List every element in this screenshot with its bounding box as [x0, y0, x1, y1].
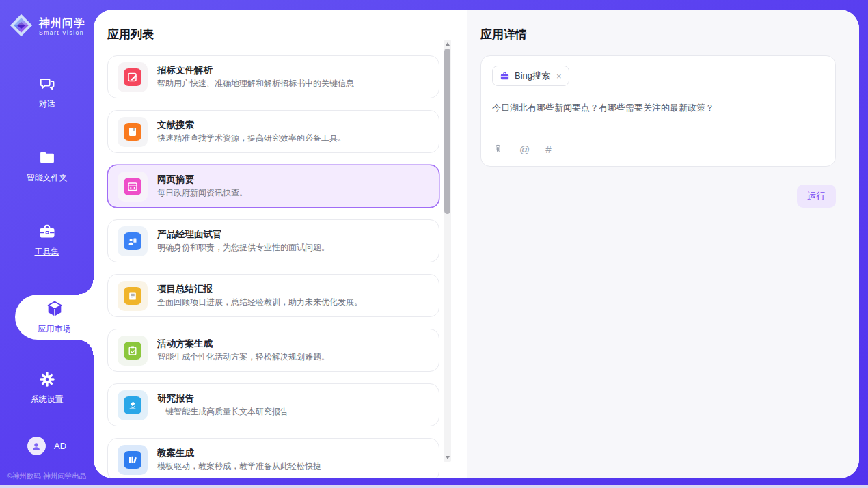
app-desc: 模板驱动，教案秒成，教学准备从此轻松快捷	[157, 461, 321, 471]
app-icon-tile	[118, 445, 148, 475]
run-button[interactable]: 运行	[797, 185, 836, 208]
sidebar: 神州问学 Smart Vision 对话 智能文件夹	[0, 0, 94, 488]
app-title: 活动方案生成	[157, 339, 329, 349]
app-card-web-summary[interactable]: 网页摘要 每日政府新闻资讯快查。	[107, 165, 439, 208]
avatar	[27, 437, 46, 455]
scrollbar-thumb[interactable]	[444, 49, 450, 214]
pen-square-icon	[124, 68, 141, 86]
app-card-pm-interviewer[interactable]: 产品经理面试官 明确身份和职责，为您提供专业性的面试问题。	[107, 219, 439, 262]
scroll-up-arrow-icon[interactable]	[444, 40, 451, 48]
query-input[interactable]: 今日湖北有哪些新闻要点？有哪些需要关注的最新政策？	[492, 101, 824, 144]
app-detail-panel: 应用详情 Bing搜索 × 今日湖北有哪些新闻要点？有哪些需要关注的最新政策？	[467, 10, 859, 478]
sidebar-nav: 对话 智能文件夹 工具集	[0, 73, 94, 442]
app-list-title: 应用列表	[94, 10, 467, 55]
app-title: 研究报告	[157, 394, 288, 403]
sidebar-item-toolset[interactable]: 工具集	[0, 221, 94, 259]
mention-icon[interactable]: @	[519, 144, 530, 155]
window-bottom-strip	[0, 485, 868, 488]
main-container: 应用列表 招标文件解析 帮助用户快速、准确地理解和解析招标书中的关键信息 文献搜…	[94, 10, 859, 478]
app-desc: 一键智能生成高质量长文本研究报告	[157, 407, 288, 416]
user-name: AD	[54, 441, 66, 451]
sidebar-item-app-market[interactable]: 应用市场	[15, 295, 94, 340]
app-icon-tile	[118, 281, 148, 311]
app-desc: 快速精准查找学术资源，提高研究效率的必备工具。	[157, 133, 346, 143]
app-icon-tile	[118, 226, 148, 256]
gear-icon	[38, 370, 57, 389]
cube-icon	[45, 299, 64, 318]
sidebar-item-label: 智能文件夹	[27, 172, 68, 184]
folder-icon	[38, 148, 57, 167]
clipboard-check-icon	[124, 342, 141, 360]
app-card-event-plan[interactable]: 活动方案生成 智能生成个性化活动方案，轻松解决规划难题。	[107, 329, 439, 372]
note-icon	[124, 287, 141, 305]
sidebar-item-label: 应用市场	[38, 323, 71, 335]
app-card-lesson-plan[interactable]: 教案生成 模板驱动，教案秒成，教学准备从此轻松快捷	[107, 438, 439, 478]
app-icon-tile	[118, 117, 148, 147]
copyright-footer: ©神州数码·神州问学出品	[0, 472, 94, 481]
app-card-project-summary[interactable]: 项目总结汇报 全面回顾项目进展，总结经验教训，助力未来优化发展。	[107, 274, 439, 317]
sidebar-item-label: 对话	[39, 98, 55, 110]
app-icon-tile	[118, 62, 148, 92]
app-detail-title: 应用详情	[467, 10, 859, 55]
app-title: 文献搜索	[157, 120, 346, 130]
book-icon	[124, 123, 141, 141]
app-title: 教案生成	[157, 448, 321, 458]
app-card-research-report[interactable]: 研究报告 一键智能生成高质量长文本研究报告	[107, 383, 439, 426]
sidebar-item-smart-folder[interactable]: 智能文件夹	[0, 147, 94, 185]
list-scrollbar[interactable]	[444, 40, 451, 462]
plugin-chip-label: Bing搜索	[515, 70, 550, 82]
composer-card: Bing搜索 × 今日湖北有哪些新闻要点？有哪些需要关注的最新政策？ @ #	[480, 55, 836, 167]
app-logo: 神州问学 Smart Vision	[0, 10, 94, 44]
app-desc: 全面回顾项目进展，总结经验教训，助力未来优化发展。	[157, 297, 362, 307]
plugin-chip-bing-search[interactable]: Bing搜索 ×	[492, 66, 569, 86]
app-icon-tile	[118, 390, 148, 420]
app-desc: 智能生成个性化活动方案，轻松解决规划难题。	[157, 352, 329, 362]
brand-name: 神州问学	[39, 17, 85, 29]
composer-toolbar: @ #	[492, 144, 824, 157]
brand-subtitle: Smart Vision	[39, 30, 85, 36]
app-title: 产品经理面试官	[157, 230, 329, 239]
books-icon	[124, 451, 141, 469]
sidebar-item-label: 系统设置	[31, 394, 64, 405]
close-icon[interactable]: ×	[556, 72, 562, 81]
app-desc: 明确身份和职责，为您提供专业性的面试问题。	[157, 243, 329, 252]
app-icon-tile	[118, 172, 148, 202]
user-account[interactable]: AD	[0, 437, 94, 455]
hash-icon[interactable]: #	[545, 144, 551, 155]
scroll-down-arrow-icon[interactable]	[444, 454, 451, 461]
sidebar-item-chat[interactable]: 对话	[0, 73, 94, 111]
app-desc: 每日政府新闻资讯快查。	[157, 188, 247, 198]
sidebar-item-label: 工具集	[35, 246, 59, 258]
app-title: 项目总结汇报	[157, 284, 362, 294]
app-icon-tile	[118, 336, 148, 366]
attachment-icon[interactable]	[492, 144, 504, 155]
toolbox-icon	[38, 222, 57, 241]
sidebar-item-settings[interactable]: 系统设置	[0, 368, 94, 407]
diamond-logo-icon	[9, 13, 33, 40]
chat-icon	[38, 74, 57, 94]
microscope-icon	[124, 396, 141, 414]
browser-code-icon	[124, 178, 141, 195]
interviewer-icon	[124, 232, 141, 250]
app-list-panel: 应用列表 招标文件解析 帮助用户快速、准确地理解和解析招标书中的关键信息 文献搜…	[94, 10, 467, 478]
briefcase-icon	[500, 71, 510, 81]
app-card-literature-search[interactable]: 文献搜索 快速精准查找学术资源，提高研究效率的必备工具。	[107, 110, 439, 153]
app-title: 网页摘要	[157, 175, 247, 185]
app-title: 招标文件解析	[157, 66, 354, 75]
app-desc: 帮助用户快速、准确地理解和解析招标书中的关键信息	[157, 79, 354, 88]
app-card-bid-analysis[interactable]: 招标文件解析 帮助用户快速、准确地理解和解析招标书中的关键信息	[107, 55, 439, 98]
